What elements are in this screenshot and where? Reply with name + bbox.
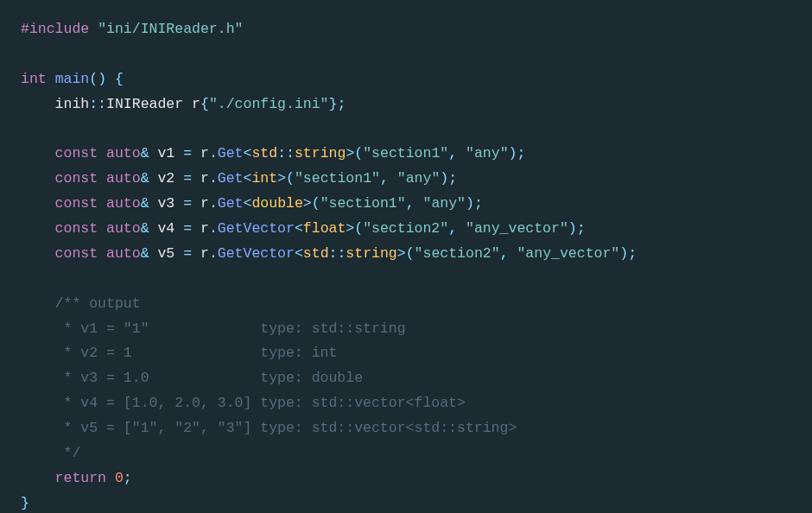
arg-section: "section1" [295,170,380,187]
semicolon: ; [337,96,346,112]
method-get: Get [218,145,244,162]
var-v5: v5 [157,245,174,262]
scope-op: :: [277,145,295,162]
string-config: "./config.ini" [209,96,329,112]
angle-close: > [346,145,354,162]
method-getvector: GetVector [218,245,295,262]
angle-open: < [295,245,303,262]
code-block: #include "ini/INIReader.h" int main() { … [0,0,812,513]
ampersand: & [141,195,149,212]
type-string: string [346,245,396,262]
keyword-const: const [55,195,98,212]
method-getvector: GetVector [218,220,295,237]
angle-open: < [244,145,252,162]
dot: . [209,245,218,262]
comment-line: * v1 = "1" type: std::string [55,320,406,337]
arg-key: "any_vector" [466,220,568,237]
paren-open: ( [354,145,363,162]
semicolon: ; [448,170,457,187]
obj-r: r [200,245,209,262]
code-content: #include "ini/INIReader.h" int main() { … [21,17,791,513]
comma: , [500,245,509,262]
type-double: double [251,195,302,212]
namespace: inih [55,96,90,112]
var-v4: v4 [157,220,174,237]
arg-section: "section2" [415,245,500,262]
include-path: "ini/INIReader.h" [98,21,243,37]
angle-close: > [397,245,406,262]
var-v2: v2 [157,170,174,187]
paren-open: ( [312,195,320,212]
obj-r: r [200,145,209,162]
semicolon: ; [124,470,132,486]
function-main: main [55,71,90,87]
angle-open: < [244,170,252,187]
ampersand: & [141,245,149,262]
dot: . [209,195,218,212]
comma: , [448,145,457,162]
type-float: float [303,220,346,237]
semicolon: ; [517,145,525,162]
ampersand: & [141,220,149,237]
keyword-auto: auto [106,195,141,212]
paren-close: ) [509,145,517,162]
equals: = [183,220,192,237]
dot: . [209,220,218,237]
comment-line: * v2 = 1 type: int [55,345,338,361]
brace-close: } [21,495,29,511]
paren-close: ) [619,245,628,262]
paren-close: ) [440,170,448,187]
obj-r: r [200,220,209,237]
paren-close: ) [568,220,577,237]
arg-section: "section2" [363,220,448,237]
scope-op: :: [329,245,346,262]
preprocessor-include: #include [21,21,89,37]
keyword-return: return [55,470,106,486]
keyword-auto: auto [106,170,141,187]
paren-open: ( [406,245,415,262]
semicolon: ; [577,220,586,237]
obj-r: r [200,195,209,212]
angle-close: > [303,195,312,212]
brace-init-close: } [329,96,338,112]
brace-open: { [115,71,124,87]
comment-line: */ [55,445,81,461]
equals: = [183,245,192,262]
keyword-const: const [55,170,98,187]
arg-key: "any_vector" [517,245,619,262]
class-name: INIReader [106,96,183,112]
keyword-const: const [55,220,98,237]
comment-line: * v3 = 1.0 type: double [55,370,363,386]
parens: () [89,71,106,87]
var-v1: v1 [157,145,174,162]
comma: , [406,195,415,212]
angle-close: > [346,220,354,237]
angle-open: < [295,220,303,237]
keyword-int: int [21,71,47,87]
comment-line: * v5 = ["1", "2", "3"] type: std::vector… [55,420,517,436]
method-get: Get [218,195,244,212]
var-r: r [192,96,200,112]
ampersand: & [141,170,149,187]
arg-section: "section1" [320,195,406,212]
semicolon: ; [474,195,483,212]
angle-close: > [277,170,286,187]
scope-op: :: [89,96,106,112]
paren-open: ( [286,170,295,187]
brace-init-open: { [200,96,209,112]
ampersand: & [141,145,149,162]
keyword-auto: auto [106,220,141,237]
semicolon: ; [628,245,637,262]
keyword-auto: auto [106,245,141,262]
paren-open: ( [354,220,363,237]
dot: . [209,170,218,187]
arg-key: "any" [397,170,441,187]
equals: = [183,145,192,162]
comma: , [380,170,389,187]
type-std: std [303,245,329,262]
equals: = [183,170,192,187]
angle-open: < [244,195,252,212]
comment-line: /** output [55,295,141,312]
equals: = [183,195,192,212]
method-get: Get [218,170,244,187]
